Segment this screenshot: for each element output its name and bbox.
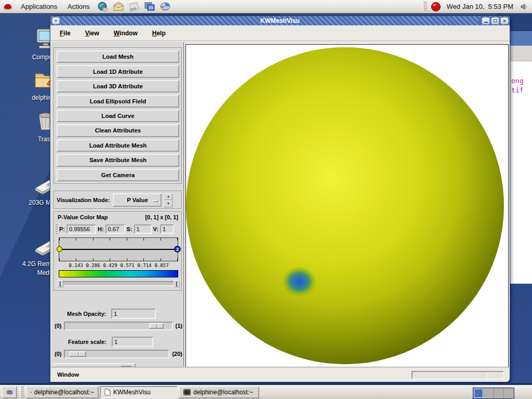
progress-gauge <box>411 371 504 379</box>
menubar: File View Window Help <box>51 25 509 41</box>
load-mesh-button[interactable]: Load Mesh <box>57 50 179 63</box>
taskbar-drag-handle[interactable] <box>20 387 24 398</box>
task-terminal-1[interactable]: delphine@localhost:~ <box>26 386 99 398</box>
range-slider-trough <box>57 281 180 286</box>
desktop-screen: Computer delphine's Trash <box>0 0 532 399</box>
colormap-node-start[interactable] <box>57 246 62 252</box>
h-field-input[interactable]: 0.67 <box>105 224 125 234</box>
chart-icon[interactable] <box>159 1 171 13</box>
opacity-max-label: (1) <box>176 323 182 329</box>
task-label: delphine@localhost:~ <box>34 389 94 396</box>
mesh-opacity-label: Mesh Opacity: <box>67 311 106 317</box>
spin-down-icon[interactable]: ▼ <box>164 200 172 207</box>
load-curve-button[interactable]: Load Curve <box>57 110 179 122</box>
terminal-icon <box>183 389 191 395</box>
mesh-opacity-thumb[interactable] <box>149 323 164 329</box>
colormap-function-editor[interactable]: 2 <box>59 237 178 261</box>
screens-icon[interactable] <box>143 1 156 13</box>
h-field-label: H: <box>98 226 104 232</box>
maximize-button[interactable] <box>491 17 499 24</box>
v-field-input[interactable]: 1 <box>160 224 174 234</box>
workspace-4[interactable] <box>504 388 514 398</box>
menu-file[interactable]: File <box>55 28 75 39</box>
mesh-opacity-slider-row: (0) (1) <box>55 321 182 331</box>
v-field-label: V: <box>153 226 158 232</box>
visualization-mode-spinner: ▲ ▼ <box>164 193 172 207</box>
render-viewport[interactable] <box>185 44 509 367</box>
feature-scale-label: Feature scale: <box>68 339 107 345</box>
mesh-opacity-row: Mesh Opacity: 1 <box>67 308 156 320</box>
mesh-sphere[interactable] <box>186 47 504 364</box>
speaker-icon[interactable] <box>518 1 530 13</box>
spin-up-icon[interactable]: ▲ <box>164 193 172 201</box>
background-terminal-window[interactable]: ong tif <box>507 31 532 284</box>
feature-max-label: (20) <box>172 351 182 357</box>
redhat-menu-icon[interactable] <box>2 1 14 13</box>
load-1d-attribute-button[interactable]: Load 1D Attribute <box>57 65 179 77</box>
s-field-label: S: <box>127 226 132 232</box>
feature-scale-slider-row: (0) (20) <box>55 349 182 359</box>
feature-scale-thumb[interactable] <box>69 351 86 357</box>
minimize-button[interactable] <box>482 17 490 24</box>
range-handle-right[interactable]: [ <box>174 280 180 287</box>
window-statusbar: Window <box>51 367 509 381</box>
web-browser-icon[interactable] <box>97 1 109 13</box>
terminal-icon <box>31 389 32 395</box>
visualization-mode-label: Visualization Mode: <box>57 197 110 203</box>
visualization-mode-select[interactable]: P Value <box>113 193 162 207</box>
feature-scale-input[interactable]: 1 <box>112 337 153 347</box>
load-ellipsoid-field-button[interactable]: Load Ellipsoid Field <box>57 95 179 107</box>
task-terminal-2[interactable]: delphine@localhost:~ <box>179 386 259 398</box>
gnome-top-panel: Applications Actions <box>0 0 532 14</box>
terminal-text-line: ong <box>511 77 523 85</box>
menu-help[interactable]: Help <box>148 28 170 39</box>
actions-menu[interactable]: Actions <box>62 0 95 14</box>
clean-attributes-button[interactable]: Clean Attributes <box>57 124 179 137</box>
load-attribute-mesh-button[interactable]: Load Attribute Mesh <box>57 139 179 152</box>
mesh-opacity-input[interactable]: 1 <box>111 309 156 319</box>
panel-drag-handle[interactable] <box>423 2 427 12</box>
colormap-range-slider[interactable]: [ [ <box>57 280 180 288</box>
writer-icon[interactable] <box>128 1 140 13</box>
colormap-node-end[interactable]: 2 <box>174 246 181 252</box>
s-field-input[interactable]: 1 <box>134 224 152 234</box>
tick-label: 0.714 <box>136 263 153 268</box>
get-camera-button[interactable]: Get Camera <box>57 169 179 181</box>
show-desktop-button[interactable] <box>2 386 17 398</box>
range-handle-left[interactable]: [ <box>57 280 63 287</box>
feature-scale-slider[interactable] <box>64 350 169 358</box>
window-titlebar[interactable]: ˅ KWMeshVisu × <box>50 16 510 25</box>
background-terminal-menubar <box>507 46 532 61</box>
window-menu-icon[interactable]: ˅ <box>52 17 60 24</box>
clock[interactable]: Wed Jan 10, 5:53 PM <box>444 3 516 10</box>
minimize-icon <box>484 22 488 23</box>
attribute-blue-spot <box>283 267 316 296</box>
workspace-2[interactable] <box>484 388 494 398</box>
workspace-1[interactable] <box>473 388 484 398</box>
updates-notifier-icon[interactable] <box>430 1 442 13</box>
editor-ticks-top <box>59 238 178 241</box>
task-kwmeshvisu[interactable]: KWMeshVisu <box>100 386 178 398</box>
colormap-header: P-Value Color Map [0, 1] x [0, 1] <box>58 214 178 220</box>
statusbar-label: Window <box>57 371 79 378</box>
colormap-gradient-bar <box>59 270 178 277</box>
tick-label: 0.857 <box>153 263 170 268</box>
p-field-label: P: <box>59 226 65 232</box>
menu-view[interactable]: View <box>81 28 104 39</box>
mesh-opacity-slider[interactable] <box>64 322 172 330</box>
applications-menu[interactable]: Applications <box>16 0 62 14</box>
close-button[interactable]: × <box>500 17 509 24</box>
window-title: KWMeshVisu <box>50 17 510 24</box>
p-field-input[interactable]: 0.99556 <box>66 224 96 234</box>
save-attribute-mesh-button[interactable]: Save Attribute Mesh <box>57 154 179 166</box>
transfer-function-line <box>59 249 178 250</box>
load-3d-attribute-button[interactable]: Load 3D Attribute <box>57 80 179 92</box>
drag-grip-icon[interactable] <box>56 224 58 234</box>
workspace-3[interactable] <box>494 388 504 398</box>
email-icon[interactable] <box>112 1 125 13</box>
menu-window[interactable]: Window <box>109 28 142 39</box>
tick-label: 0.429 <box>101 263 119 268</box>
colormap-range: [0, 1] x [0, 1] <box>145 214 178 220</box>
kwmeshvisu-window: ˅ KWMeshVisu × File View Window Help Loa… <box>50 16 510 382</box>
feature-min-label: (0) <box>55 351 61 357</box>
